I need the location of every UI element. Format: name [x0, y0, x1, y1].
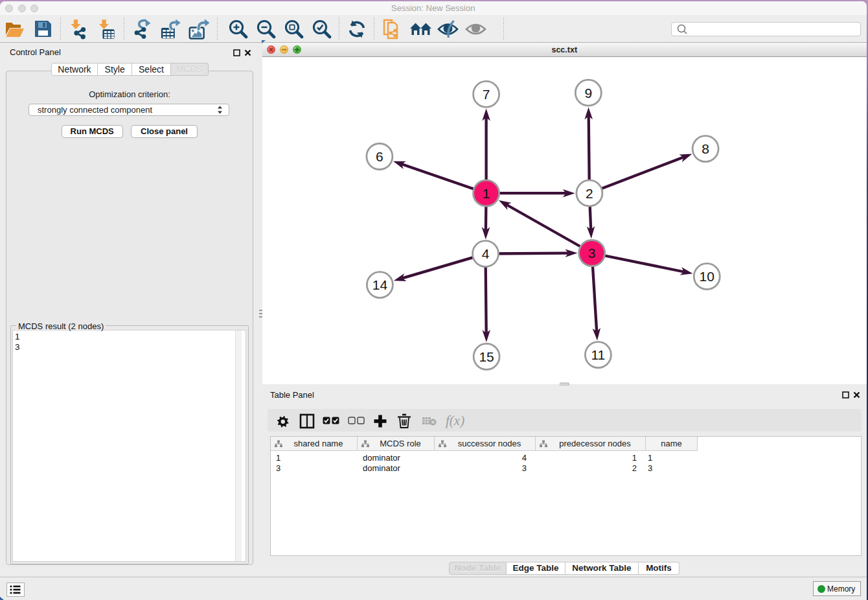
- svg-text:3: 3: [588, 246, 596, 260]
- svg-text:4: 4: [482, 246, 490, 261]
- svg-text:10: 10: [700, 269, 714, 284]
- svg-text:2: 2: [586, 186, 593, 201]
- svg-text:1: 1: [483, 186, 490, 201]
- svg-text:14: 14: [372, 277, 388, 292]
- svg-text:15: 15: [479, 349, 494, 364]
- svg-text:11: 11: [591, 347, 605, 362]
- svg-text:8: 8: [702, 141, 709, 156]
- svg-text:6: 6: [376, 149, 383, 164]
- svg-text:7: 7: [483, 87, 490, 102]
- svg-text:9: 9: [584, 86, 592, 100]
